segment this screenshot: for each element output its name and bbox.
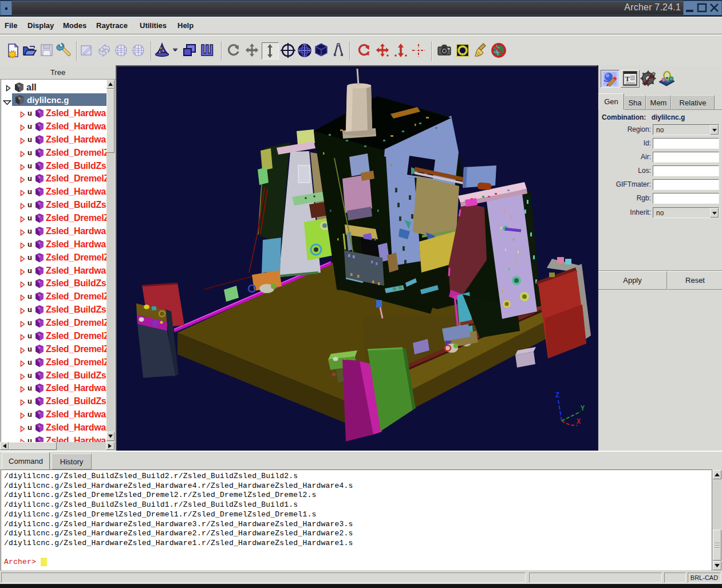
svg-text:Z: Z [555,392,559,400]
svg-text:T: T [625,74,630,83]
svg-text:X: X [577,418,581,426]
svg-text:Y: Y [581,405,585,413]
